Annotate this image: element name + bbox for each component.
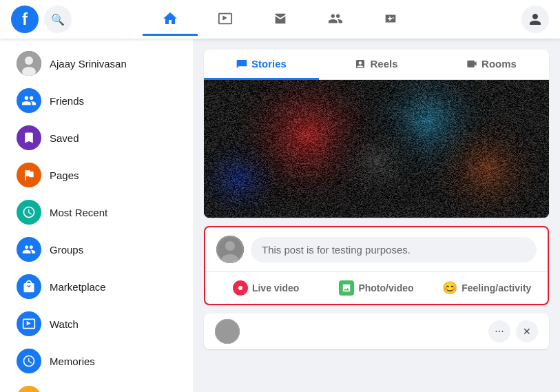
sidebar: Ajaay Srinivasan Friends Saved: [0, 39, 193, 392]
friends-icon: [17, 88, 41, 113]
feeling-activity-button[interactable]: 😊 Feeling/activity: [432, 275, 542, 301]
bottom-card-actions: ··· ✕: [488, 320, 538, 342]
post-input[interactable]: This post is for testing purposes.: [251, 237, 537, 262]
sidebar-item-saved-label: Saved: [50, 132, 79, 144]
profile-avatar: [17, 51, 41, 76]
more-options-button[interactable]: ···: [488, 320, 510, 342]
events-icon: [17, 386, 41, 392]
svg-point-1: [25, 56, 33, 65]
sidebar-item-marketplace[interactable]: Marketplace: [6, 269, 187, 305]
nav-gaming-button[interactable]: [363, 3, 418, 36]
sidebar-item-watch-label: Watch: [50, 318, 79, 330]
sidebar-item-pages[interactable]: Pages: [6, 157, 187, 193]
photo-video-icon: [339, 280, 354, 296]
sidebar-item-friends[interactable]: Friends: [6, 83, 187, 118]
create-post-card: This post is for testing purposes. Live …: [204, 226, 549, 305]
stories-content: [204, 80, 549, 218]
svg-point-7: [238, 286, 242, 290]
bottom-card-peek: ··· ✕: [204, 313, 549, 349]
feeling-activity-icon: 😊: [442, 280, 457, 296]
memories-icon: [17, 349, 41, 373]
sidebar-item-marketplace-label: Marketplace: [50, 281, 106, 293]
sidebar-item-memories-label: Memories: [50, 355, 95, 367]
close-button[interactable]: ✕: [516, 320, 538, 342]
photo-video-button[interactable]: Photo/video: [321, 275, 431, 301]
tab-rooms[interactable]: Rooms: [434, 50, 549, 80]
nav-home-button[interactable]: [143, 3, 198, 36]
sidebar-item-most-recent[interactable]: Most Recent: [6, 194, 187, 230]
watch-icon: [17, 311, 41, 336]
sidebar-item-most-recent-label: Most Recent: [50, 207, 107, 218]
nav-store-button[interactable]: [253, 3, 308, 36]
search-button[interactable]: 🔍: [44, 6, 72, 33]
sidebar-item-groups-label: Groups: [50, 244, 83, 256]
feed-area: Stories Reels Rooms: [193, 39, 560, 392]
nav-left: f 🔍: [11, 6, 72, 33]
pages-icon: [17, 163, 41, 187]
nav-right: [521, 6, 549, 33]
sidebar-item-events[interactable]: Events: [6, 380, 187, 392]
bottom-card-avatar: [215, 319, 240, 344]
sidebar-item-friends-label: Friends: [50, 95, 84, 107]
marketplace-icon: [17, 274, 41, 299]
main-content: Ajaay Srinivasan Friends Saved: [0, 39, 560, 392]
live-video-button[interactable]: Live video: [211, 275, 321, 301]
post-avatar: [216, 236, 244, 263]
sidebar-item-saved[interactable]: Saved: [6, 120, 187, 156]
facebook-logo: f: [11, 6, 39, 33]
svg-point-5: [225, 241, 235, 251]
create-post-top: This post is for testing purposes.: [205, 227, 548, 271]
stories-card: Stories Reels Rooms: [204, 50, 549, 218]
sidebar-item-pages-label: Pages: [50, 169, 79, 181]
nav-profile-icon[interactable]: [521, 6, 549, 33]
stories-tabs: Stories Reels Rooms: [204, 50, 549, 80]
bottom-card-content: [215, 319, 240, 344]
nav-video-button[interactable]: [198, 3, 253, 36]
nav-groups-button[interactable]: [308, 3, 363, 36]
sidebar-item-watch[interactable]: Watch: [6, 306, 187, 342]
svg-rect-9: [216, 320, 239, 343]
top-navigation: f 🔍: [0, 0, 560, 39]
tab-reels[interactable]: Reels: [319, 50, 434, 80]
create-post-actions: Live video Photo/video 😊 Feeling/activit…: [205, 271, 548, 304]
saved-icon: [17, 125, 41, 150]
sidebar-item-memories[interactable]: Memories: [6, 343, 187, 379]
sidebar-item-groups[interactable]: Groups: [6, 231, 187, 267]
groups-icon: [17, 237, 41, 262]
tab-stories[interactable]: Stories: [204, 50, 319, 80]
nav-center: [143, 3, 418, 36]
most-recent-icon: [17, 200, 41, 225]
profile-name: Ajaay Srinivasan: [50, 58, 127, 70]
sidebar-item-profile[interactable]: Ajaay Srinivasan: [6, 45, 187, 81]
live-video-icon: [233, 280, 248, 296]
